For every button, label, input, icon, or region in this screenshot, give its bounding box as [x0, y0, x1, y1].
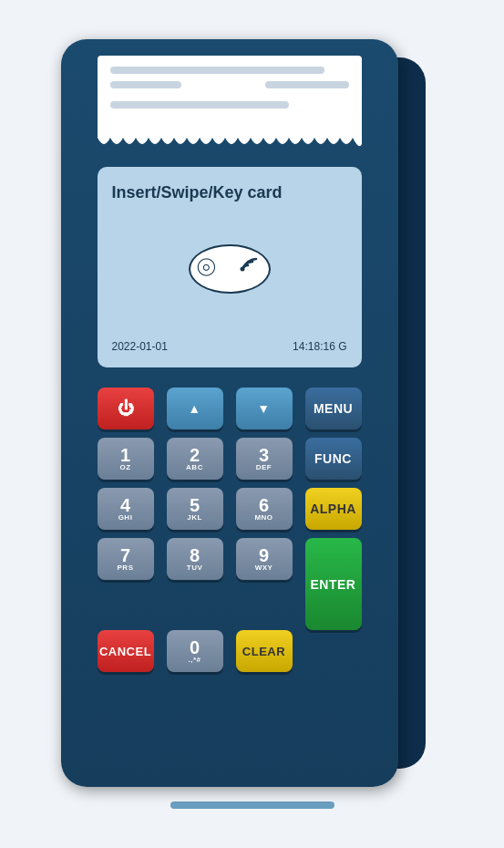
receipt-line-3 [265, 81, 349, 88]
bottom-bar [170, 801, 334, 809]
key-row-3: 7 PRS 8 TUV 9 WXY ENTER [98, 538, 362, 630]
terminal-wrapper: Insert/Swipe/Key card ⦾ 2022-01-01 14: [61, 39, 444, 787]
power-button[interactable]: ⏻ [98, 388, 154, 429]
enter-button[interactable]: ENTER [305, 538, 362, 630]
key-1-button[interactable]: 1 OZ [98, 438, 154, 480]
screen-date: 2022-01-01 [112, 340, 168, 353]
menu-button[interactable]: MENU [305, 388, 362, 429]
receipt-row [110, 81, 349, 88]
screen-time: 14:18:16 G [293, 340, 346, 353]
receipt-line-2 [110, 81, 182, 88]
terminal-body: Insert/Swipe/Key card ⦾ 2022-01-01 14: [61, 39, 398, 787]
func-button[interactable]: FUNC [305, 438, 362, 480]
receipt-bottom [98, 138, 362, 150]
key-3-button[interactable]: 3 DEF [236, 438, 293, 480]
up-arrow-button[interactable]: ▲ [167, 388, 223, 429]
key-0-button[interactable]: 0 .,*# [167, 630, 223, 672]
key-row-0: ⏻ ▲ ▼ MENU [98, 388, 362, 429]
nfc-oval: ⦾ [189, 244, 271, 294]
key-7-button[interactable]: 7 PRS [98, 538, 154, 580]
receipt-line-4 [110, 101, 290, 109]
key-6-button[interactable]: 6 MNO [236, 488, 293, 530]
nfc-icon-area: ⦾ [112, 244, 347, 294]
receipt-paper [98, 56, 362, 138]
key-4-button[interactable]: 4 GHI [98, 488, 154, 530]
enter-spacer [305, 630, 362, 672]
clear-button[interactable]: CLEAR [236, 630, 293, 672]
cancel-button[interactable]: CANCEL [98, 630, 154, 672]
key-5-button[interactable]: 5 JKL [167, 488, 223, 530]
key-9-button[interactable]: 9 WXY [236, 538, 293, 580]
nfc-icon: ⦾ [197, 253, 261, 284]
svg-point-0 [240, 267, 244, 272]
key-row-1: 1 OZ 2 ABC 3 DEF FUNC [98, 438, 362, 480]
screen-prompt: Insert/Swipe/Key card [112, 181, 347, 204]
alpha-button[interactable]: ALPHA [305, 488, 362, 530]
screen-footer: 2022-01-01 14:18:16 G [112, 340, 347, 353]
key-8-button[interactable]: 8 TUV [167, 538, 223, 580]
key-2-button[interactable]: 2 ABC [167, 438, 223, 480]
down-arrow-button[interactable]: ▼ [236, 388, 293, 429]
keypad: ⏻ ▲ ▼ MENU 1 OZ 2 ABC 3 DEF FUNC [98, 388, 362, 672]
receipt-area [98, 56, 362, 150]
key-row-2: 4 GHI 5 JKL 6 MNO ALPHA [98, 488, 362, 530]
receipt-line-1 [110, 67, 325, 74]
key-row-4: CANCEL 0 .,*# CLEAR [98, 630, 362, 672]
screen: Insert/Swipe/Key card ⦾ 2022-01-01 14: [98, 167, 362, 367]
